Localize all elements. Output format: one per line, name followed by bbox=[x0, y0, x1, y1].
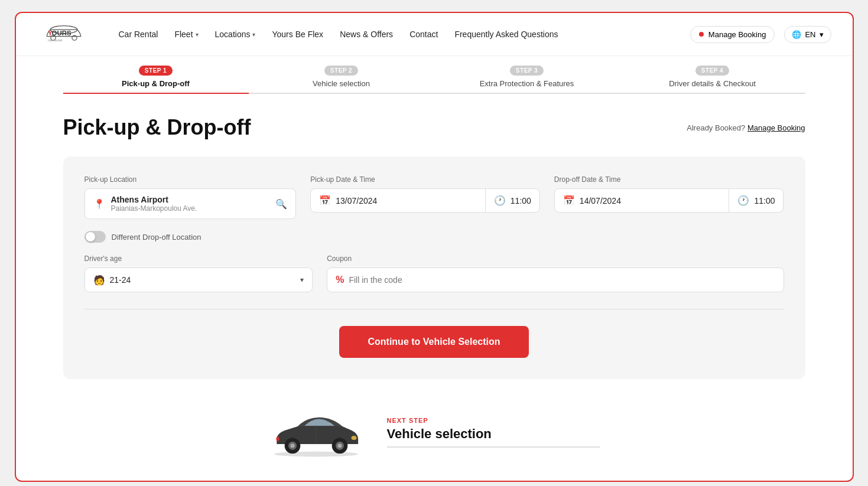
form-row-top: Pick-up Location 📍 Athens Airport Paiani… bbox=[84, 175, 784, 219]
step-1-badge: STEP 1 bbox=[139, 66, 173, 76]
logo[interactable]: Y OURS car rental bbox=[37, 20, 90, 48]
age-chevron-icon: ▾ bbox=[300, 276, 304, 284]
pickup-location-label: Pick-up Location bbox=[84, 175, 297, 184]
main-content: Pick-up & Drop-off Already Booked? Manag… bbox=[16, 94, 853, 379]
pickup-time-value: 11:00 bbox=[511, 196, 531, 206]
language-button[interactable]: 🌐 EN ▾ bbox=[784, 26, 831, 43]
step-3-underline bbox=[434, 93, 620, 94]
step-4-label: Driver details & Checkout bbox=[669, 79, 756, 88]
drivers-age-col: Driver's age 🧑 18-20 21-24 25-29 30+ ▾ bbox=[84, 255, 313, 292]
step-2-badge: STEP 2 bbox=[324, 66, 358, 76]
dropoff-date-field[interactable]: 📅 14/07/2024 bbox=[555, 189, 729, 212]
svg-text:car rental: car rental bbox=[48, 38, 62, 42]
different-dropoff-row: Different Drop-off Location bbox=[84, 231, 784, 243]
pickup-calendar-icon: 📅 bbox=[319, 195, 331, 206]
nav-contact[interactable]: Contact bbox=[409, 30, 438, 39]
nav-yours-be-flex[interactable]: Yours Be Flex bbox=[272, 30, 323, 39]
next-step-line bbox=[387, 446, 600, 448]
dropoff-clock-icon: 🕐 bbox=[737, 195, 749, 206]
coupon-input[interactable] bbox=[349, 268, 775, 292]
coupon-col: Coupon % bbox=[327, 255, 784, 292]
car-image bbox=[269, 409, 363, 462]
step-4-underline bbox=[620, 93, 805, 94]
next-step-section: NEXT STEP Vehicle selection bbox=[16, 379, 853, 481]
header-actions: Manage Booking 🌐 EN ▾ bbox=[690, 26, 831, 43]
step-3: STEP 3 Extra Protection & Features bbox=[434, 66, 620, 94]
step-1-underline bbox=[63, 93, 249, 94]
next-step-title: Vehicle selection bbox=[387, 426, 600, 442]
manage-booking-button[interactable]: Manage Booking bbox=[690, 26, 775, 43]
header: Y OURS car rental Car Rental Fleet ▾ Loc… bbox=[16, 13, 853, 56]
manage-booking-link[interactable]: Manage Booking bbox=[747, 123, 805, 132]
age-select[interactable]: 18-20 21-24 25-29 30+ bbox=[110, 268, 296, 292]
page-title: Pick-up & Drop-off bbox=[63, 115, 251, 140]
step-2-underline bbox=[249, 93, 434, 94]
coupon-wrapper: % bbox=[327, 268, 784, 292]
page-wrapper: Y OURS car rental Car Rental Fleet ▾ Loc… bbox=[15, 12, 854, 482]
already-booked: Already Booked? Manage Booking bbox=[687, 123, 805, 132]
coupon-label: Coupon bbox=[327, 255, 784, 263]
coupon-percent-icon: % bbox=[336, 275, 344, 285]
step-3-badge: STEP 3 bbox=[510, 66, 544, 76]
svg-point-12 bbox=[274, 452, 357, 457]
location-pin-icon: 📍 bbox=[93, 198, 105, 210]
lang-chevron-icon: ▾ bbox=[820, 30, 824, 39]
svg-point-11 bbox=[337, 443, 342, 448]
pickup-time-field[interactable]: 🕐 11:00 bbox=[485, 189, 539, 212]
dropoff-time-value: 11:00 bbox=[754, 196, 775, 206]
nav-car-rental[interactable]: Car Rental bbox=[119, 30, 158, 39]
manage-booking-dot bbox=[699, 32, 704, 37]
locations-chevron-icon: ▾ bbox=[252, 31, 255, 38]
already-booked-text: Already Booked? bbox=[687, 123, 745, 132]
pickup-date-value: 13/07/2024 bbox=[336, 196, 377, 206]
svg-point-8 bbox=[290, 443, 294, 448]
pickup-datetime-col: Pick-up Date & Time 📅 13/07/2024 🕐 11:00 bbox=[310, 175, 540, 219]
nav-fleet[interactable]: Fleet ▾ bbox=[174, 30, 198, 39]
manage-booking-label: Manage Booking bbox=[708, 30, 766, 39]
dropoff-calendar-icon: 📅 bbox=[563, 195, 575, 206]
pickup-datetime-label: Pick-up Date & Time bbox=[310, 175, 540, 184]
pickup-location-input[interactable]: 📍 Athens Airport Paianias-Markopoulou Av… bbox=[84, 188, 297, 219]
step-2-label: Vehicle selection bbox=[313, 79, 370, 88]
car-image-area bbox=[269, 403, 363, 462]
step-2: STEP 2 Vehicle selection bbox=[249, 66, 434, 94]
pickup-clock-icon: 🕐 bbox=[494, 195, 506, 206]
svg-rect-14 bbox=[276, 437, 279, 441]
location-subtitle: Paianias-Markopoulou Ave. bbox=[111, 204, 270, 213]
dropoff-date-value: 14/07/2024 bbox=[580, 196, 621, 206]
dropoff-datetime-col: Drop-off Date & Time 📅 14/07/2024 🕐 11:0… bbox=[554, 175, 784, 219]
step-4-badge: STEP 4 bbox=[695, 66, 729, 76]
dropoff-datetime-label: Drop-off Date & Time bbox=[554, 175, 784, 184]
age-select-wrapper: 🧑 18-20 21-24 25-29 30+ ▾ bbox=[84, 268, 313, 292]
page-header-row: Pick-up & Drop-off Already Booked? Manag… bbox=[63, 115, 805, 140]
different-dropoff-label: Different Drop-off Location bbox=[112, 233, 201, 242]
steps-container: STEP 1 Pick-up & Drop-off STEP 2 Vehicle… bbox=[16, 56, 853, 94]
nav-links: Car Rental Fleet ▾ Locations ▾ Yours Be … bbox=[119, 30, 671, 39]
nav-faq[interactable]: Frequently Asked Questions bbox=[454, 30, 558, 39]
globe-icon: 🌐 bbox=[792, 30, 801, 39]
fleet-chevron-icon: ▾ bbox=[196, 31, 199, 38]
form-row-bottom: Driver's age 🧑 18-20 21-24 25-29 30+ ▾ bbox=[84, 255, 784, 292]
pickup-date-field[interactable]: 📅 13/07/2024 bbox=[311, 189, 485, 212]
location-name: Athens Airport bbox=[111, 195, 270, 204]
step-1: STEP 1 Pick-up & Drop-off bbox=[63, 66, 249, 94]
pickup-datetime-wrapper[interactable]: 📅 13/07/2024 🕐 11:00 bbox=[310, 188, 540, 213]
form-divider bbox=[84, 309, 784, 309]
continue-button[interactable]: Continue to Vehicle Selection bbox=[339, 326, 528, 358]
drivers-age-label: Driver's age bbox=[84, 255, 313, 263]
form-card: Pick-up Location 📍 Athens Airport Paiani… bbox=[63, 156, 805, 379]
step-4: STEP 4 Driver details & Checkout bbox=[620, 66, 805, 94]
step-1-label: Pick-up & Drop-off bbox=[122, 79, 190, 88]
svg-point-13 bbox=[351, 436, 356, 440]
lang-label: EN bbox=[805, 30, 815, 39]
dropoff-datetime-wrapper[interactable]: 📅 14/07/2024 🕐 11:00 bbox=[554, 188, 784, 213]
nav-locations[interactable]: Locations ▾ bbox=[215, 30, 256, 39]
svg-text:OURS: OURS bbox=[51, 30, 71, 37]
different-dropoff-toggle[interactable] bbox=[84, 231, 106, 243]
next-step-label: NEXT STEP bbox=[387, 417, 600, 424]
nav-news-offers[interactable]: News & Offers bbox=[340, 30, 393, 39]
dropoff-time-field[interactable]: 🕐 11:00 bbox=[729, 189, 783, 212]
search-icon[interactable]: 🔍 bbox=[275, 198, 287, 210]
driver-icon: 🧑 bbox=[93, 275, 105, 286]
next-step-info: NEXT STEP Vehicle selection bbox=[387, 417, 600, 448]
